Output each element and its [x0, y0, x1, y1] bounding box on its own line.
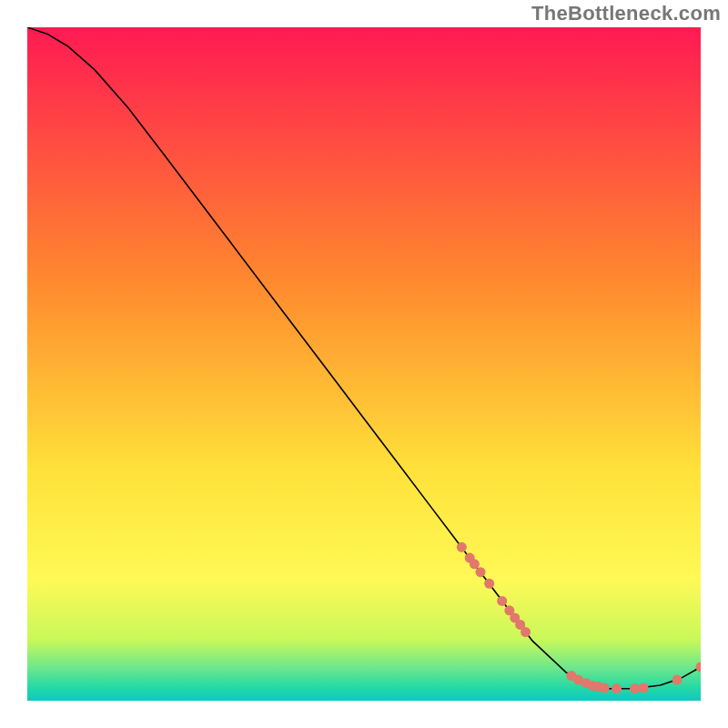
data-marker: [639, 682, 649, 693]
data-marker: [484, 579, 494, 589]
data-marker: [476, 567, 486, 577]
data-marker: [470, 559, 480, 569]
plot-area: [27, 27, 701, 701]
data-marker: [612, 683, 622, 693]
data-marker: [521, 627, 531, 637]
data-marker: [600, 682, 610, 693]
data-marker: [672, 675, 682, 685]
gradient-background: [27, 27, 701, 701]
chart-container: TheBottleneck.com: [0, 0, 728, 728]
data-marker: [497, 596, 507, 606]
data-marker: [630, 683, 640, 693]
data-marker: [457, 542, 467, 552]
watermark-text: TheBottleneck.com: [531, 2, 721, 25]
chart-svg: [27, 27, 701, 701]
